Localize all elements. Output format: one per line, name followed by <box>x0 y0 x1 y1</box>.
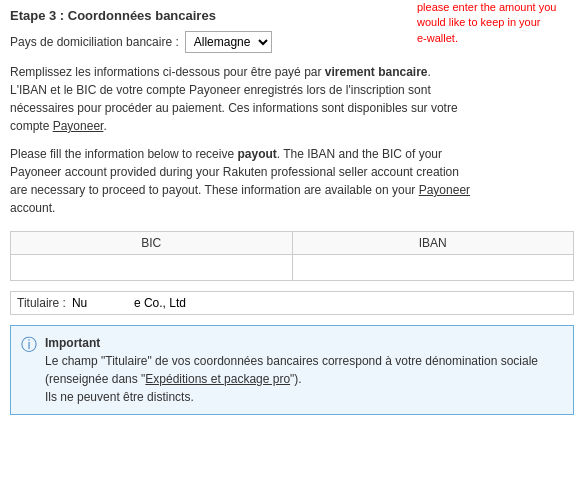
country-row: Pays de domiciliation bancaire : Allemag… <box>10 31 574 53</box>
important-link[interactable]: Expéditions et package pro <box>145 372 290 386</box>
country-label: Pays de domiciliation bancaire : <box>10 35 179 49</box>
titulaire-row: Titulaire : <box>10 291 574 315</box>
bic-iban-table: BIC IBAN <box>10 231 574 281</box>
titulaire-input[interactable] <box>72 296 567 310</box>
country-select[interactable]: Allemagne <box>185 31 272 53</box>
info-icon: ⓘ <box>21 335 37 356</box>
iban-cell <box>292 255 574 281</box>
titulaire-label: Titulaire : <box>17 296 66 310</box>
desc-fr-text1: Remplissez les informations ci-dessous p… <box>10 65 325 79</box>
step-title: Etape 3 : Coordonnées bancaires <box>10 8 574 23</box>
iban-input[interactable] <box>297 259 570 277</box>
bic-input[interactable] <box>15 259 288 277</box>
desc-fr-bold1: virement bancaire <box>325 65 428 79</box>
iban-header: IBAN <box>292 232 574 255</box>
bic-header: BIC <box>11 232 293 255</box>
important-title: Important <box>45 336 100 350</box>
bic-cell <box>11 255 293 281</box>
desc-en-bold1: payout <box>237 147 276 161</box>
desc-en-text3: account. <box>10 201 55 215</box>
desc-en-link1[interactable]: Payoneer <box>419 183 470 197</box>
desc-fr-link1[interactable]: Payoneer <box>53 119 104 133</box>
description-en: Please fill the information below to rec… <box>10 145 574 217</box>
desc-en-text1: Please fill the information below to rec… <box>10 147 237 161</box>
important-content: Important Le champ "Titulaire" de vos co… <box>45 334 563 406</box>
description-fr: Remplissez les informations ci-dessous p… <box>10 63 574 135</box>
important-box: ⓘ Important Le champ "Titulaire" de vos … <box>10 325 574 415</box>
